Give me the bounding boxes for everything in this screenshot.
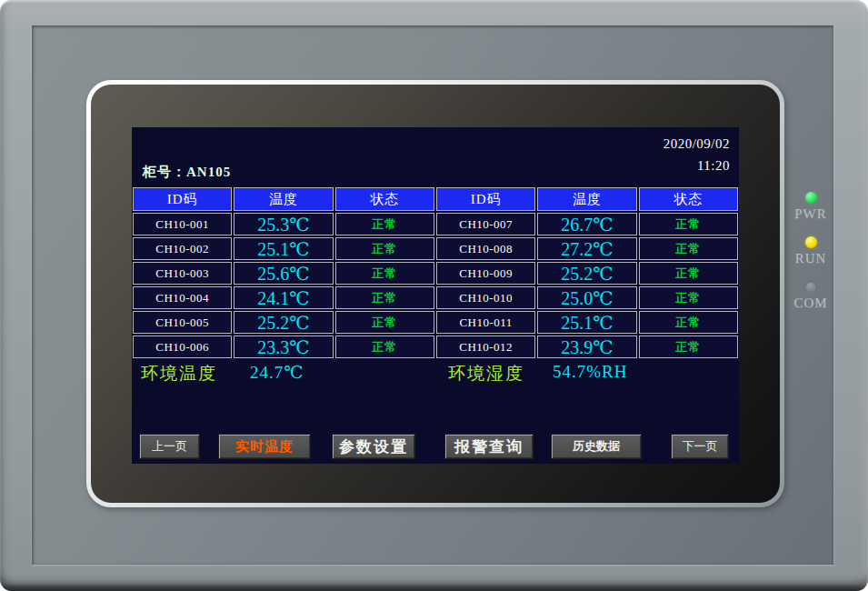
status-cell: 正常 <box>335 336 434 358</box>
screen: 2020/09/02 11:20 柜号：AN105 ID码温度状态ID码温度状态… <box>132 127 739 464</box>
temperature-cell: 26.7℃ <box>537 213 636 235</box>
nav-button-row: 上一页 实时温度 参数设置 报警查询 历史数据 下一页 <box>132 434 739 459</box>
temperature-cell: 25.3℃ <box>234 213 333 235</box>
com-led-label: COM <box>783 296 838 311</box>
datetime-block: 2020/09/02 11:20 <box>663 133 730 176</box>
screen-bezel: 2020/09/02 11:20 柜号：AN105 ID码温度状态ID码温度状态… <box>86 80 784 507</box>
column-header: 温度 <box>234 187 333 211</box>
prev-page-button[interactable]: 上一页 <box>139 434 200 459</box>
temperature-cell: 25.2℃ <box>537 262 636 285</box>
channel-id-cell: CH10-007 <box>436 213 535 235</box>
com-led-group: COM <box>783 281 838 311</box>
temperature-cell: 25.2℃ <box>234 311 333 334</box>
realtime-temp-button[interactable]: 实时温度 <box>218 434 311 459</box>
date-text: 2020/09/02 <box>663 133 730 155</box>
column-header: ID码 <box>436 187 535 211</box>
channel-id-cell: CH10-012 <box>436 336 535 358</box>
status-cell: 正常 <box>639 262 738 285</box>
screen-bezel-inner: 2020/09/02 11:20 柜号：AN105 ID码温度状态ID码温度状态… <box>91 85 780 503</box>
column-header: 状态 <box>335 187 434 211</box>
temperature-cell: 24.1℃ <box>234 286 333 309</box>
channel-id-cell: CH10-009 <box>436 262 535 285</box>
status-cell: 正常 <box>335 311 434 334</box>
channel-id-cell: CH10-010 <box>436 286 535 309</box>
temperature-cell: 25.0℃ <box>537 286 636 309</box>
temperature-cell: 27.2℃ <box>537 237 636 260</box>
pwr-led-icon <box>805 192 817 204</box>
channel-table: ID码温度状态ID码温度状态CH10-00125.3℃正常CH10-00726.… <box>133 187 738 358</box>
status-cell: 正常 <box>335 286 434 309</box>
status-cell: 正常 <box>639 286 738 309</box>
run-led-label: RUN <box>783 251 838 266</box>
status-cell: 正常 <box>335 237 434 260</box>
channel-id-cell: CH10-003 <box>133 262 232 285</box>
next-page-button[interactable]: 下一页 <box>671 434 729 459</box>
column-header: 温度 <box>537 187 636 211</box>
ambient-humidity-label: 环境湿度 <box>448 362 524 386</box>
temperature-cell: 25.1℃ <box>234 237 333 260</box>
channel-id-cell: CH10-011 <box>436 311 535 334</box>
ambient-temp-value: 24.7℃ <box>250 362 304 383</box>
status-led-column: PWR RUN COM <box>783 192 838 326</box>
channel-id-cell: CH10-001 <box>133 213 232 235</box>
param-settings-button[interactable]: 参数设置 <box>332 434 415 459</box>
panel-face: 2020/09/02 11:20 柜号：AN105 ID码温度状态ID码温度状态… <box>32 25 833 565</box>
column-header: ID码 <box>133 187 232 211</box>
hmi-device-frame: 2020/09/02 11:20 柜号：AN105 ID码温度状态ID码温度状态… <box>0 0 868 591</box>
pwr-led-group: PWR <box>783 192 838 222</box>
temperature-cell: 25.6℃ <box>234 262 333 285</box>
temperature-cell: 25.1℃ <box>537 311 636 334</box>
alarm-query-button[interactable]: 报警查询 <box>444 434 534 459</box>
status-cell: 正常 <box>335 262 434 285</box>
ambient-humidity-value: 54.7%RH <box>553 362 627 382</box>
ambient-temp-label: 环境温度 <box>141 362 217 386</box>
status-cell: 正常 <box>335 213 434 235</box>
ambient-readouts: 环境温度 24.7℃ 环境湿度 54.7%RH <box>132 362 739 386</box>
status-cell: 正常 <box>639 237 738 260</box>
history-data-button[interactable]: 历史数据 <box>551 434 642 459</box>
status-cell: 正常 <box>639 336 738 358</box>
channel-id-cell: CH10-005 <box>133 311 232 334</box>
temperature-cell: 23.3℃ <box>234 336 333 358</box>
pwr-led-label: PWR <box>783 206 838 222</box>
channel-id-cell: CH10-004 <box>133 286 232 309</box>
run-led-icon <box>805 236 817 248</box>
cabinet-label: 柜号：AN105 <box>143 164 231 181</box>
time-text: 11:20 <box>663 155 730 176</box>
channel-id-cell: CH10-008 <box>436 237 535 260</box>
column-header: 状态 <box>639 187 738 211</box>
channel-id-cell: CH10-006 <box>133 336 232 358</box>
temperature-cell: 23.9℃ <box>537 336 636 358</box>
com-led-icon <box>805 281 817 293</box>
status-cell: 正常 <box>639 213 738 235</box>
run-led-group: RUN <box>783 236 838 266</box>
status-cell: 正常 <box>639 311 738 334</box>
channel-id-cell: CH10-002 <box>133 237 232 260</box>
